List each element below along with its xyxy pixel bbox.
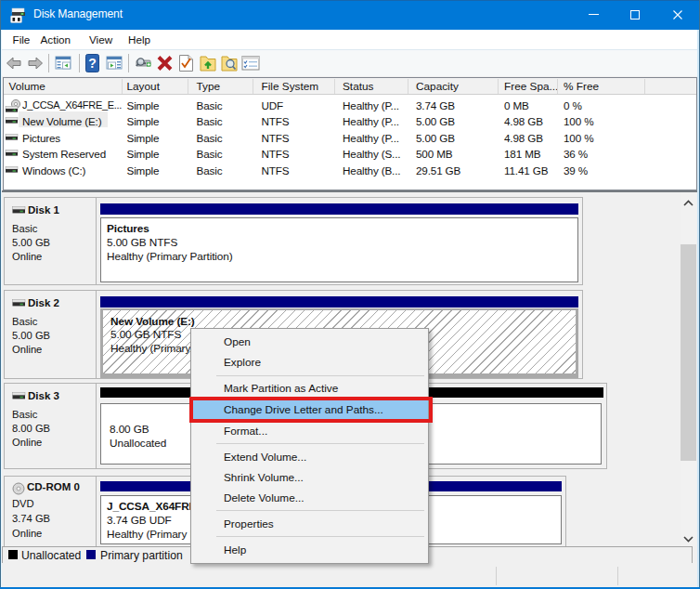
svg-text:?: ?: [88, 56, 97, 71]
